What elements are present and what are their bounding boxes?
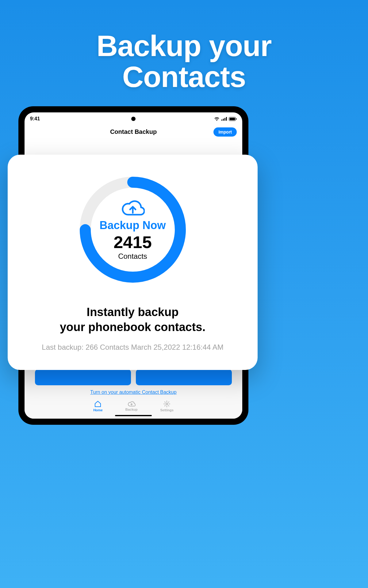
card-headline: Instantly backup your phonebook contacts… [23, 305, 242, 335]
svg-point-7 [166, 403, 168, 405]
nav-title: Contact Backup [110, 128, 157, 135]
tab-backup[interactable]: Backup [125, 401, 138, 412]
tab-home[interactable]: Home [93, 401, 103, 412]
backup-card: Backup Now 2415 Contacts Instantly backu… [8, 155, 258, 370]
auto-backup-link[interactable]: Turn on your automatic Contact Backup [31, 390, 236, 395]
home-icon [94, 401, 102, 407]
contact-unit: Contacts [118, 252, 147, 261]
contact-count: 2415 [113, 234, 152, 251]
tab-backup-label: Backup [125, 408, 138, 411]
last-backup-text: Last backup: 266 Contacts March 25,2022 … [23, 343, 242, 352]
wifi-icon [214, 117, 220, 121]
gear-icon [163, 401, 170, 407]
hero-line2: Contacts [0, 62, 368, 92]
hero-line1: Backup your [0, 31, 368, 62]
backup-now-label: Backup Now [99, 219, 166, 232]
cellular-icon [221, 117, 227, 121]
svg-rect-1 [223, 119, 224, 121]
action-button-right[interactable] [136, 369, 232, 385]
svg-rect-6 [236, 118, 237, 120]
svg-rect-2 [224, 118, 225, 121]
home-indicator [115, 415, 152, 416]
cloud-icon [128, 401, 136, 407]
status-time: 9:41 [30, 116, 40, 122]
bottom-sheet: Turn on your automatic Contact Backup Ho… [25, 364, 242, 419]
headline-line1: Instantly backup [23, 305, 242, 320]
tab-settings[interactable]: Settings [160, 401, 173, 412]
tab-home-label: Home [93, 408, 103, 412]
svg-rect-5 [230, 118, 235, 120]
cloud-upload-icon [121, 199, 145, 217]
battery-icon [229, 117, 237, 121]
camera-dot [131, 117, 136, 121]
status-indicators [214, 117, 237, 121]
ring-content: Backup Now 2415 Contacts [79, 176, 186, 283]
nav-bar: Contact Backup Import [25, 122, 242, 140]
action-buttons-row [31, 369, 236, 385]
svg-rect-3 [226, 117, 227, 121]
tab-settings-label: Settings [160, 408, 173, 412]
import-button[interactable]: Import [213, 127, 237, 137]
svg-rect-0 [221, 119, 222, 121]
headline-line2: your phonebook contacts. [23, 320, 242, 335]
import-button-label: Import [218, 130, 232, 134]
hero-title: Backup your Contacts [0, 0, 368, 92]
backup-now-ring[interactable]: Backup Now 2415 Contacts [79, 176, 186, 283]
action-button-left[interactable] [35, 369, 131, 385]
